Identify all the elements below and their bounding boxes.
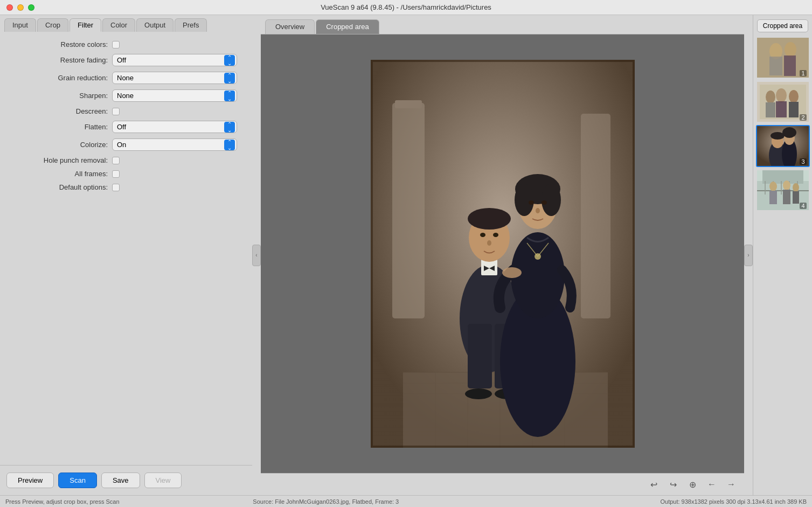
tab-output[interactable]: Output xyxy=(136,18,173,32)
hole-punch-label: Hole punch removal: xyxy=(22,156,108,164)
restore-colors-checkbox-wrap xyxy=(112,41,120,48)
tab-crop[interactable]: Crop xyxy=(37,18,68,32)
minimize-button[interactable] xyxy=(17,4,24,11)
svg-point-57 xyxy=(789,90,799,103)
cropped-area-button[interactable]: Cropped area xyxy=(757,19,808,32)
svg-point-52 xyxy=(766,91,775,103)
image-bottom-controls: ↩ ↪ ⊕ ← → xyxy=(261,473,744,495)
restore-fading-select[interactable]: Off Low Medium High xyxy=(112,54,237,66)
center-panel: Overview Cropped area xyxy=(261,15,744,495)
svg-rect-18 xyxy=(468,324,492,388)
status-right: Output: 938x1382 pixels 300 dpi 3.13x4.6… xyxy=(486,498,807,505)
svg-point-41 xyxy=(536,208,540,213)
svg-point-78 xyxy=(783,180,790,190)
restore-fading-control: Off Low Medium High ⌃⌄ xyxy=(112,54,241,66)
svg-point-76 xyxy=(769,182,777,191)
preview-button[interactable]: Preview xyxy=(6,473,54,488)
next-page-button[interactable]: → xyxy=(724,477,739,492)
svg-point-66 xyxy=(782,127,796,138)
collapse-panel-button[interactable]: ‹ xyxy=(252,245,261,266)
all-frames-checkbox-wrap xyxy=(112,170,120,178)
hole-punch-row: Hole punch removal: xyxy=(11,156,241,164)
prev-page-button[interactable]: ← xyxy=(704,477,719,492)
window-controls xyxy=(6,4,34,11)
flatten-row: Flatten: Off Low Medium High ⌃⌄ xyxy=(11,121,241,133)
window-title: VueScan 9 a64 (9.8.45) - /Users/hamrickd… xyxy=(321,3,491,11)
grain-reduction-control: None Low Medium High ⌃⌄ xyxy=(112,72,241,84)
svg-point-54 xyxy=(776,88,787,102)
view-button[interactable]: View xyxy=(144,473,182,488)
image-area xyxy=(261,34,744,473)
tab-color[interactable]: Color xyxy=(102,18,135,32)
view-tab-bar: Overview Cropped area xyxy=(261,15,744,34)
redo-button[interactable]: ↪ xyxy=(665,477,681,492)
svg-point-28 xyxy=(493,233,498,237)
tab-input[interactable]: Input xyxy=(4,18,36,32)
svg-point-38 xyxy=(542,184,561,216)
zoom-in-button[interactable]: ⊕ xyxy=(685,477,700,492)
all-frames-checkbox[interactable] xyxy=(112,170,120,178)
grain-reduction-row: Grain reduction: None Low Medium High ⌃⌄ xyxy=(11,72,241,84)
all-frames-control xyxy=(112,170,241,178)
close-button[interactable] xyxy=(6,4,13,11)
descreen-checkbox[interactable] xyxy=(112,108,120,115)
svg-point-39 xyxy=(529,200,534,205)
colorize-select-wrap: Off On ⌃⌄ xyxy=(112,138,237,151)
default-options-row: Default options: xyxy=(11,183,241,191)
right-panel-header: Cropped area xyxy=(755,19,810,32)
svg-point-47 xyxy=(785,42,796,57)
status-bar: Press Preview, adjust crop box, press Sc… xyxy=(0,495,812,507)
status-left: Press Preview, adjust crop box, press Sc… xyxy=(5,498,165,505)
colorize-row: Colorize: Off On ⌃⌄ xyxy=(11,138,241,151)
titlebar: VueScan 9 a64 (9.8.45) - /Users/hamrickd… xyxy=(0,0,812,15)
svg-rect-77 xyxy=(769,191,777,204)
svg-point-37 xyxy=(515,184,534,216)
expand-right-button[interactable]: › xyxy=(744,245,753,266)
colorize-select[interactable]: Off On xyxy=(112,138,237,151)
hole-punch-checkbox-wrap xyxy=(112,157,120,164)
flatten-select[interactable]: Off Low Medium High xyxy=(112,121,237,133)
restore-fading-row: Restore fading: Off Low Medium High ⌃⌄ xyxy=(11,54,241,66)
tab-prefs[interactable]: Prefs xyxy=(175,18,207,32)
svg-point-27 xyxy=(480,233,485,237)
svg-point-29 xyxy=(487,240,491,246)
tab-filter[interactable]: Filter xyxy=(70,18,101,32)
grain-reduction-label: Grain reduction: xyxy=(22,74,108,82)
action-buttons-bar: Preview Scan Save View xyxy=(0,465,252,495)
thumbnail-3[interactable]: 3 xyxy=(756,125,810,167)
svg-point-42 xyxy=(502,267,522,278)
grain-reduction-select-wrap: None Low Medium High ⌃⌄ xyxy=(112,72,237,84)
thumbnail-2[interactable]: 2 xyxy=(756,81,810,123)
svg-rect-56 xyxy=(776,101,787,117)
right-thumbnail-panel: Cropped area 1 xyxy=(753,15,812,495)
grain-reduction-select[interactable]: None Low Medium High xyxy=(112,72,237,84)
thumb-number-3: 3 xyxy=(800,158,806,165)
sharpen-select[interactable]: None Low Medium High xyxy=(112,89,237,102)
save-button[interactable]: Save xyxy=(101,473,140,488)
left-panel: Input Crop Filter Color Output Prefs Res… xyxy=(0,15,252,495)
restore-colors-checkbox[interactable] xyxy=(112,41,120,48)
descreen-row: Descreen: xyxy=(11,107,241,115)
svg-rect-81 xyxy=(793,191,799,204)
default-options-checkbox[interactable] xyxy=(112,184,120,191)
undo-button[interactable]: ↩ xyxy=(646,477,661,492)
svg-rect-53 xyxy=(766,102,775,117)
svg-point-40 xyxy=(542,200,547,205)
flatten-control: Off Low Medium High ⌃⌄ xyxy=(112,121,241,133)
sharpen-select-wrap: None Low Medium High ⌃⌄ xyxy=(112,89,237,102)
left-bottom: Preview Scan Save View xyxy=(0,465,252,495)
thumbnail-4[interactable]: 4 xyxy=(756,169,810,211)
default-options-checkbox-wrap xyxy=(112,184,120,191)
default-options-control xyxy=(112,184,241,191)
svg-point-80 xyxy=(793,183,799,192)
tab-overview[interactable]: Overview xyxy=(265,19,315,34)
tab-cropped-area[interactable]: Cropped area xyxy=(316,19,379,34)
hole-punch-control xyxy=(112,157,241,164)
svg-point-26 xyxy=(468,208,511,230)
scan-button[interactable]: Scan xyxy=(58,473,97,488)
thumbnail-1[interactable]: 1 xyxy=(756,37,810,79)
status-center: Source: File JohnMcGuigan0263.jpg, Flatb… xyxy=(165,498,486,505)
sharpen-row: Sharpen: None Low Medium High ⌃⌄ xyxy=(11,89,241,102)
hole-punch-checkbox[interactable] xyxy=(112,157,120,164)
maximize-button[interactable] xyxy=(28,4,34,11)
